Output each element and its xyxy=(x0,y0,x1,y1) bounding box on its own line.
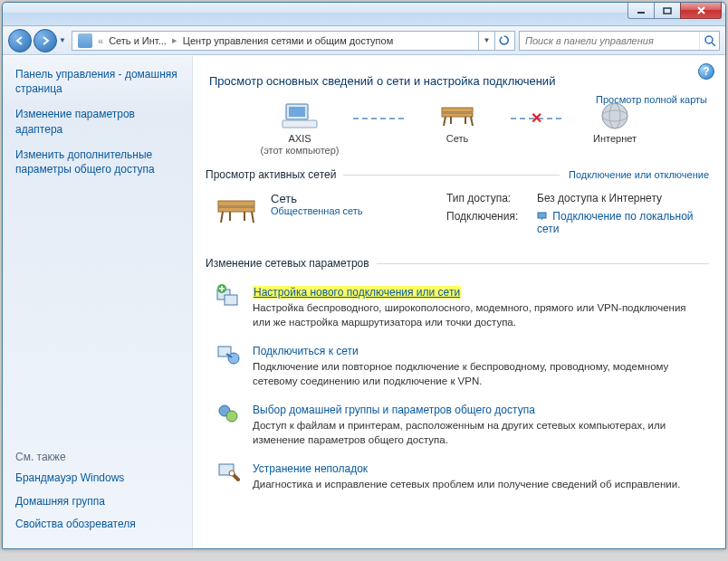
svg-point-13 xyxy=(602,103,627,128)
svg-rect-17 xyxy=(218,207,254,212)
opt-desc: Диагностика и исправление сетевых пробле… xyxy=(253,478,680,492)
see-also-section: См. также Брандмауэр Windows Домашняя гр… xyxy=(15,451,181,539)
section-change-settings: Изменение сетевых параметров xyxy=(206,257,709,270)
minimize-button[interactable] xyxy=(627,3,655,19)
connect-disconnect-link[interactable]: Подключение или отключение xyxy=(569,169,709,180)
svg-rect-5 xyxy=(289,107,305,117)
plus-network-icon xyxy=(215,283,242,309)
refresh-button[interactable] xyxy=(494,32,512,50)
globe-icon xyxy=(596,100,634,131)
window-controls xyxy=(628,3,722,19)
netmap-node-label: Сеть xyxy=(446,133,468,145)
network-map: AXIS (этот компьютер) Сеть Интерне xyxy=(206,100,709,156)
view-full-map-link[interactable]: Просмотр полной карты xyxy=(596,94,707,105)
netmap-node-internet: Интернет xyxy=(565,100,665,156)
opt-troubleshoot: Устранение неполадок Диагностика и испра… xyxy=(206,453,709,499)
connections-label: Подключения: xyxy=(446,210,537,235)
section-active-networks: Просмотр активных сетей Подключение или … xyxy=(206,168,709,181)
netmap-node-sublabel: (этот компьютер) xyxy=(260,145,339,156)
opt-title-link[interactable]: Подключиться к сети xyxy=(253,345,359,357)
opt-desc: Настройка беспроводного, широкополосного… xyxy=(253,301,705,329)
opt-homegroup-sharing: Выбор домашней группы и параметров общег… xyxy=(206,395,709,453)
opt-setup-connection: Настройка нового подключения или сети На… xyxy=(206,277,709,336)
search-box xyxy=(519,31,720,51)
active-net-type-link[interactable]: Общественная сеть xyxy=(271,205,434,216)
sidebar: Панель управления - домашняя страница Из… xyxy=(3,56,193,548)
nav-history-dropdown[interactable]: ▼ xyxy=(57,29,68,52)
help-icon[interactable]: ? xyxy=(698,63,714,80)
window-frame: ▼ « Сеть и Инт... ▸ Центр управления сет… xyxy=(2,2,726,549)
client-area: Панель управления - домашняя страница Из… xyxy=(3,55,725,548)
svg-point-28 xyxy=(228,353,239,364)
svg-rect-6 xyxy=(283,120,317,128)
bench-icon xyxy=(215,192,258,228)
location-icon xyxy=(78,33,92,48)
homegroup-icon xyxy=(215,401,242,426)
active-network-row: Сеть Общественная сеть Тип доступа: Без … xyxy=(206,188,709,244)
svg-rect-25 xyxy=(225,295,237,305)
svg-rect-7 xyxy=(442,108,473,112)
svg-line-18 xyxy=(221,212,223,223)
opt-desc: Подключение или повторное подключение к … xyxy=(253,360,705,388)
search-icon[interactable] xyxy=(699,32,719,50)
close-button[interactable] xyxy=(680,3,722,19)
address-bar[interactable]: « Сеть и Инт... ▸ Центр управления сетям… xyxy=(72,31,515,51)
search-input[interactable] xyxy=(520,35,699,46)
svg-point-30 xyxy=(226,411,237,422)
svg-line-10 xyxy=(471,117,473,126)
maximize-button[interactable] xyxy=(654,3,681,19)
section-title: Просмотр активных сетей xyxy=(206,168,336,181)
access-type-label: Тип доступа: xyxy=(446,192,537,204)
netmap-node-network: Сеть xyxy=(407,100,507,156)
main-content: ? Просмотр основных сведений о сети и на… xyxy=(193,56,725,548)
svg-line-3 xyxy=(712,43,715,46)
breadcrumb-sep-icon: « xyxy=(96,35,105,46)
svg-rect-1 xyxy=(664,8,671,14)
breadcrumb-seg-1[interactable]: Сеть и Инт... xyxy=(105,35,170,46)
address-dropdown[interactable]: ▼ xyxy=(478,32,494,50)
opt-desc: Доступ к файлам и принтерам, расположенн… xyxy=(253,419,705,447)
bench-icon xyxy=(438,100,476,131)
netmap-node-label: AXIS xyxy=(288,133,311,145)
svg-rect-16 xyxy=(218,201,254,206)
svg-point-2 xyxy=(705,36,713,43)
nav-bar: ▼ « Сеть и Инт... ▸ Центр управления сет… xyxy=(3,26,725,55)
sidebar-link-advanced-sharing[interactable]: Изменить дополнительные параметры общего… xyxy=(15,147,181,176)
svg-rect-8 xyxy=(442,113,473,117)
see-also-homegroup[interactable]: Домашняя группа xyxy=(15,494,181,509)
section-title: Изменение сетевых параметров xyxy=(206,257,369,270)
netmap-link-1 xyxy=(353,118,404,119)
breadcrumb-arrow-icon: ▸ xyxy=(170,34,179,46)
sidebar-link-home[interactable]: Панель управления - домашняя страница xyxy=(15,67,181,96)
title-bar xyxy=(3,3,725,26)
opt-title-link[interactable]: Настройка нового подключения или сети xyxy=(253,286,461,299)
connect-icon xyxy=(215,342,242,367)
opt-title-link[interactable]: Устранение неполадок xyxy=(253,462,368,475)
computer-icon xyxy=(281,100,319,131)
opt-title-link[interactable]: Выбор домашней группы и параметров общег… xyxy=(253,404,535,416)
see-also-internet-options[interactable]: Свойства обозревателя xyxy=(15,517,181,531)
lan-icon xyxy=(537,211,547,221)
netmap-node-this-pc: AXIS (этот компьютер) xyxy=(250,100,350,156)
svg-line-19 xyxy=(252,212,254,223)
forward-button[interactable] xyxy=(34,29,57,52)
netmap-node-label: Интернет xyxy=(593,133,637,145)
netmap-link-broken xyxy=(511,118,561,119)
connection-link[interactable]: Подключение по локальной сети xyxy=(537,210,694,235)
nav-arrows: ▼ xyxy=(8,29,68,52)
see-also-heading: См. также xyxy=(15,451,181,463)
see-also-firewall[interactable]: Брандмауэр Windows xyxy=(15,471,181,485)
back-button[interactable] xyxy=(8,29,32,52)
breadcrumb-seg-2[interactable]: Центр управления сетями и общим доступом xyxy=(179,35,397,46)
access-type-value: Без доступа к Интернету xyxy=(537,192,705,204)
troubleshoot-icon xyxy=(215,460,242,485)
active-net-name: Сеть xyxy=(271,192,434,205)
page-title: Просмотр основных сведений о сети и наст… xyxy=(209,74,709,88)
opt-connect-network: Подключиться к сети Подключение или повт… xyxy=(206,336,709,395)
svg-rect-22 xyxy=(538,213,546,218)
svg-point-32 xyxy=(229,471,235,476)
svg-line-9 xyxy=(444,117,445,126)
options-list: Настройка нового подключения или сети На… xyxy=(206,277,709,499)
sidebar-link-adapter-settings[interactable]: Изменение параметров адаптера xyxy=(15,107,181,136)
